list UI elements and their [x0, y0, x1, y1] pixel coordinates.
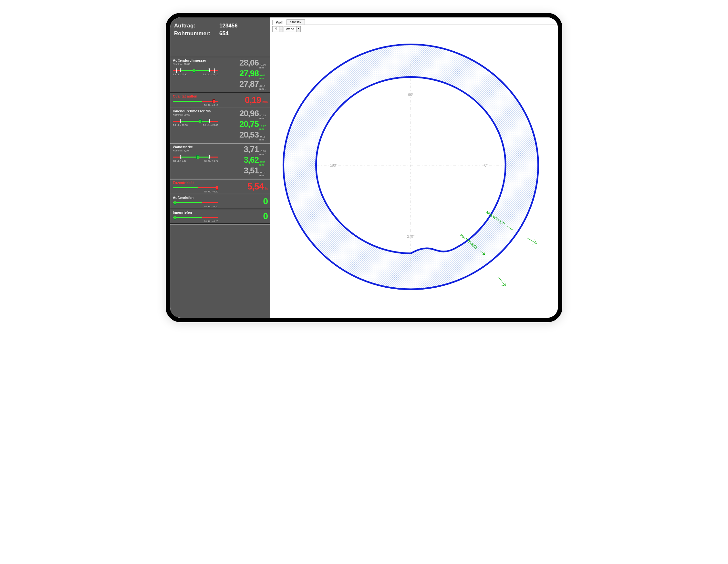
ingroove-tolerance-bar: Tol. UL = 0,20: [173, 215, 218, 222]
tab-statistik[interactable]: Statistik: [286, 19, 305, 25]
app-screen: Auftrag: 123456 Rohrnummer: 654 Außendur…: [170, 17, 558, 318]
od-tol-ul: Tol. UL = 28,10: [203, 73, 218, 76]
metric-inner-diameter: Innendurchmesser dia. Nominal: 20,68 { }…: [170, 108, 270, 143]
wt-nominal: Nominal: 3,66: [173, 149, 218, 152]
tabstrip: Profil Statistik: [272, 19, 556, 25]
outgroove-tolerance-bar: Tol. UL = 0,20: [173, 200, 218, 207]
pipe-value: 654: [219, 30, 228, 37]
axis-180-label: 180°: [330, 163, 337, 167]
measurements-panel: Auftrag: 123456 Rohrnummer: 654 Außendur…: [170, 17, 270, 318]
oval-title: Ovalität außen: [173, 94, 218, 98]
od-title: Außendurchmesser: [173, 58, 218, 62]
metric-ovality: Ovalität außen Tol. UL = 0,15 0,19 mm: [170, 93, 270, 108]
metric-wall-thickness: Wandstärke Nominal: 3,66 { } Tol. LL = 3…: [170, 143, 270, 179]
ingroove-title: Innenriefen: [173, 211, 218, 214]
wt-tol-ul: Tol. UL = 3,70: [204, 160, 218, 162]
oval-tolerance-bar: Tol. UL = 0,15: [173, 99, 218, 105]
wt-max: 3,71: [244, 145, 259, 153]
id-nominal: Nominal: 20,68: [173, 113, 218, 116]
ecc-value: 5,54: [247, 182, 264, 192]
wt-cur: 3,62: [244, 156, 259, 164]
metric-inner-grooves: Innenriefen Tol. UL = 0,20 0: [170, 209, 270, 224]
axis-0-label: 0°: [484, 163, 488, 167]
od-cur: 27,98: [239, 69, 259, 78]
wt-tol-ll: Tol. LL = 3,50: [173, 160, 186, 162]
id-min: 20,53: [239, 131, 259, 139]
outer-arrow-2-icon: [498, 277, 505, 286]
od-tol-ll: Tol. LL =27,90: [173, 73, 187, 76]
oval-unit: mm: [262, 100, 268, 104]
ecc-unit: %: [265, 187, 268, 191]
pipe-label: Rohrnummer:: [174, 30, 219, 37]
main-view: Profil Statistik 4 ▲ ▼ Wand ▼: [270, 17, 558, 318]
axis-90-label: 90°: [408, 93, 413, 97]
od-tolerance-bar: { } Tol. LL =27,90 Tol. UL = 28,10: [173, 68, 218, 76]
od-nominal: Nominal: 28,00: [173, 63, 218, 66]
wt-tolerance-bar: { } Tol. LL = 3,50 Tol. UL = 3,70: [173, 155, 218, 162]
ingroove-value: 0: [263, 211, 268, 222]
id-title: Innendurchmesser dia.: [173, 109, 218, 113]
id-tolerance-bar: { } Tol. LL = 20,50 Tol. UL = 20,80: [173, 119, 218, 127]
profile-chart: 90° 0° 270° 180° Max WT=3,71 Min WT=3,51: [270, 29, 558, 318]
oval-tol-ul: Tol. UL = 0,15: [204, 104, 218, 106]
od-max: 28,06: [239, 58, 259, 67]
id-tol-ul: Tol. UL = 20,80: [203, 124, 218, 126]
metric-eccentricity: Exzentrizität Tol. UL = 0,20 5,54 %: [170, 179, 270, 194]
tablet-frame: Auftrag: 123456 Rohrnummer: 654 Außendur…: [166, 13, 562, 322]
tab-profil[interactable]: Profil: [272, 20, 287, 25]
id-cur: 20,75: [239, 120, 259, 128]
id-tol-ll: Tol. LL = 20,50: [173, 124, 188, 126]
outgroove-title: Außenriefen: [173, 196, 218, 200]
id-max: 20,96: [239, 109, 259, 118]
ingroove-tol-ul: Tol. UL = 0,20: [204, 220, 218, 223]
outgroove-value: 0: [263, 196, 268, 207]
ecc-tolerance-bar: Tol. UL = 0,20: [173, 185, 218, 192]
metric-outer-grooves: Außenriefen Tol. UL = 0,20 0: [170, 194, 270, 209]
metric-outer-diameter: Außendurchmesser Nominal: 28,00 { }: [170, 57, 270, 93]
job-header: Auftrag: 123456 Rohrnummer: 654: [170, 17, 270, 44]
down-arrow-icon: ↓: [265, 87, 266, 90]
od-min: 27,87: [239, 80, 259, 88]
up-arrow-icon: ↑: [265, 66, 266, 69]
ecc-tol-ul: Tol. UL = 0,20: [204, 191, 218, 193]
wt-min: 3,51: [244, 166, 259, 175]
ecc-title: Exzentrizität: [173, 181, 218, 185]
oval-value: 0,19: [245, 95, 261, 105]
outer-arrow-1-icon: [527, 238, 536, 244]
wt-title: Wandstärke: [173, 145, 218, 149]
job-label: Auftrag:: [174, 23, 219, 29]
outgroove-tol-ul: Tol. UL = 0,20: [204, 205, 218, 208]
axis-270-label: 270°: [407, 235, 414, 238]
job-value: 123456: [219, 23, 238, 29]
